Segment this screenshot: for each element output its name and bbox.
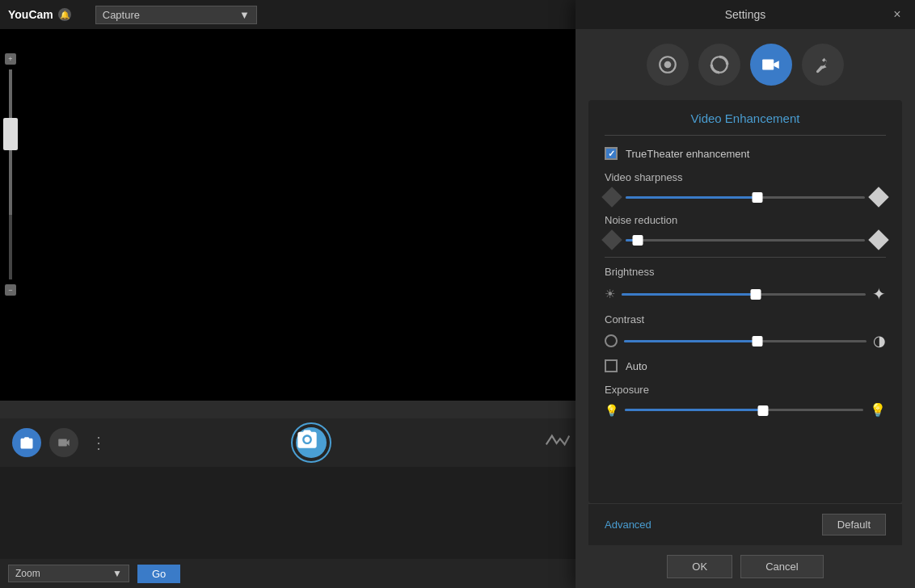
advanced-link[interactable]: Advanced (605, 519, 651, 531)
app-name: YouCam (8, 8, 53, 21)
video-sharpness-slider-row (605, 190, 886, 204)
photo-button[interactable] (12, 428, 41, 457)
settings-dialog: Settings × (576, 0, 915, 588)
watermark-icon (546, 433, 570, 453)
tab-capture[interactable] (698, 44, 740, 86)
settings-tabs (576, 29, 915, 100)
sharpness-low-icon (601, 187, 622, 207)
tab-camera[interactable] (647, 44, 689, 86)
auto-row: Auto (605, 359, 886, 372)
zoom-arrow: ▼ (112, 568, 122, 579)
video-sharpness-title: Video sharpness (605, 171, 886, 183)
left-slider-thumb[interactable] (3, 118, 18, 150)
dialog-footer: OK Cancel (576, 545, 915, 588)
exposure-high-icon: 💡 (870, 402, 886, 418)
video-icon (57, 435, 71, 450)
zoom-bar: Zoom ▼ Go (0, 559, 582, 588)
truetheater-checkbox[interactable]: ✓ (605, 147, 618, 160)
bell-icon[interactable]: 🔔 (58, 8, 71, 21)
zoom-label: Zoom (15, 568, 40, 579)
brightness-title: Brightness (605, 266, 886, 278)
more-options-button[interactable]: ⋮ (86, 429, 111, 456)
video-sharpness-section: Video sharpness (605, 171, 886, 204)
brightness-slider-row: ☀ ✦ (605, 284, 886, 304)
left-slider-area: + − (5, 53, 16, 296)
left-slider-track[interactable] (9, 69, 12, 279)
dropdown-arrow: ▼ (239, 9, 250, 21)
app-logo: YouCam 🔔 (8, 8, 71, 21)
brightness-section: Brightness ☀ ✦ (605, 266, 886, 304)
truetheater-label: TrueTheater enhancement (626, 148, 749, 160)
settings-panel: Video Enhancement ✓ TrueTheater enhancem… (588, 100, 902, 503)
exposure-title: Exposure (605, 384, 886, 396)
close-button[interactable]: × (889, 6, 905, 23)
app-container: YouCam 🔔 Capture ▼ + − (0, 0, 915, 588)
top-bar: YouCam 🔔 Capture ▼ (0, 0, 582, 29)
contrast-section: Contrast ◑ (605, 313, 886, 350)
shutter-tab-icon (709, 54, 730, 75)
brightness-low-icon: ☀ (605, 287, 615, 301)
video-tab-icon (761, 54, 782, 75)
contrast-high-icon: ◑ (873, 332, 886, 350)
ok-button[interactable]: OK (667, 555, 732, 578)
contrast-low-icon (605, 334, 618, 347)
tools-tab-icon (812, 54, 833, 75)
auto-label: Auto (626, 360, 647, 372)
panel-title: Video Enhancement (605, 100, 886, 136)
svg-point-2 (664, 61, 672, 69)
settings-bottom-bar: Advanced Default (588, 503, 902, 545)
noise-low-icon (601, 229, 622, 250)
bottom-toolbar: ⋮ (0, 418, 582, 467)
tab-video[interactable] (750, 44, 792, 86)
brightness-high-icon: ✦ (872, 284, 886, 304)
slider-bottom-icon: − (5, 284, 16, 296)
noise-reduction-section: Noise reduction (605, 214, 886, 247)
exposure-section: Exposure 💡 💡 (605, 384, 886, 418)
truetheater-row: ✓ TrueTheater enhancement (605, 147, 886, 160)
noise-high-icon (868, 229, 888, 250)
slider-top-icon: + (5, 53, 16, 65)
camera-tab-icon (657, 54, 678, 75)
settings-title: Settings (725, 8, 766, 21)
divider1 (605, 257, 886, 258)
noise-reduction-slider-row (605, 233, 886, 247)
noise-reduction-title: Noise reduction (605, 214, 886, 226)
check-mark: ✓ (608, 149, 615, 159)
go-button[interactable]: Go (137, 565, 180, 583)
contrast-slider-row: ◑ (605, 332, 886, 350)
tab-tools[interactable] (802, 44, 844, 86)
video-button[interactable] (49, 428, 78, 457)
contrast-title: Contrast (605, 313, 886, 326)
auto-checkbox[interactable] (605, 359, 618, 372)
capture-dropdown[interactable]: Capture ▼ (95, 6, 257, 24)
camera-icon (19, 435, 34, 450)
cancel-button[interactable]: Cancel (740, 555, 823, 578)
camera-viewport: + − (0, 29, 578, 401)
capture-label: Capture (103, 9, 140, 21)
sharpness-high-icon (868, 187, 888, 207)
exposure-slider-row: 💡 💡 (605, 402, 886, 418)
zoom-dropdown[interactable]: Zoom ▼ (8, 565, 129, 582)
default-button[interactable]: Default (822, 514, 886, 536)
exposure-low-icon: 💡 (605, 404, 618, 417)
svg-rect-4 (762, 60, 774, 70)
settings-titlebar: Settings × (576, 0, 915, 29)
capture-large-button[interactable] (291, 422, 331, 463)
capture-inner (296, 427, 327, 458)
